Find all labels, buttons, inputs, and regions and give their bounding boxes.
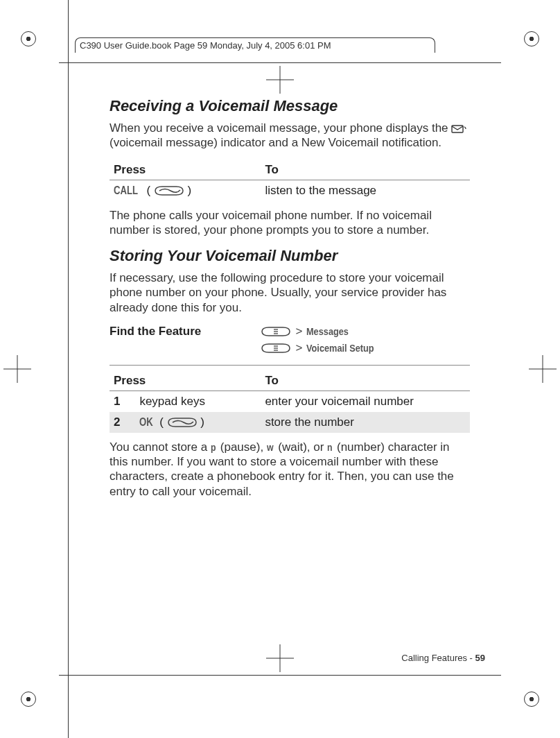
- table-cell-press: keypad keys: [135, 391, 261, 412]
- page-frame-line: [59, 675, 501, 676]
- section-heading-receiving: Receiving a Voicemail Message: [110, 97, 470, 115]
- intro-text-after: (voicemail message) indicator and a New …: [110, 136, 441, 149]
- table-cell-to: store the number: [261, 412, 470, 433]
- table-cell-to: enter your voicemail number: [261, 391, 470, 412]
- table-header-to: To: [261, 160, 470, 180]
- table-row: 1 keypad keys enter your voicemail numbe…: [110, 391, 470, 412]
- char-p: p: [211, 441, 216, 454]
- menu-key-icon: [261, 326, 291, 337]
- softkey-label-ok: OK: [139, 416, 153, 429]
- char-w: w: [267, 441, 274, 454]
- registration-mark-icon: [21, 31, 36, 46]
- table-row: 2 OK ( ) store the number: [110, 412, 470, 433]
- paren-open: (: [146, 184, 150, 197]
- crop-cross-icon: [529, 355, 557, 383]
- section2-intro: If necessary, use the following procedur…: [110, 271, 470, 315]
- registration-mark-icon: [21, 692, 36, 707]
- page-frame-line: [68, 0, 69, 738]
- voicemail-icon: [451, 124, 466, 134]
- paren-close: ): [188, 184, 192, 197]
- char-n: n: [327, 441, 333, 454]
- paren-close: ): [200, 415, 204, 429]
- section1-after: The phone calls your voicemail phone num…: [110, 208, 470, 238]
- find-the-feature-label: Find the Feature: [110, 325, 261, 358]
- softkey-label-call: CALL: [114, 184, 138, 197]
- crop-cross-icon: [266, 66, 294, 94]
- svg-rect-0: [452, 126, 463, 132]
- menu-separator: >: [295, 341, 302, 355]
- registration-mark-icon: [524, 31, 539, 46]
- table-cell-to: listen to the message: [261, 180, 470, 201]
- running-header: C390 User Guide.book Page 59 Monday, Jul…: [75, 37, 435, 53]
- section-heading-storing: Storing Your Voicemail Number: [110, 247, 470, 265]
- step-number: 1: [110, 391, 135, 412]
- page-frame-line: [59, 62, 501, 63]
- press-to-table-1: Press To CALL ( ) listen to the message: [110, 160, 470, 201]
- softkey-icon: [154, 185, 184, 196]
- table-cell-press: OK ( ): [135, 412, 261, 433]
- crop-cross-icon: [3, 355, 31, 383]
- section1-intro: When you receive a voicemail message, yo…: [110, 121, 470, 151]
- table-header-press: Press: [110, 371, 261, 391]
- menu-item-messages: Messages: [306, 325, 349, 337]
- table-cell-press: CALL ( ): [110, 180, 261, 201]
- table-header-to: To: [261, 371, 470, 391]
- note-text: You cannot store a: [110, 440, 211, 454]
- menu-separator: >: [295, 325, 302, 338]
- intro-text-before: When you receive a voicemail message, yo…: [110, 121, 451, 135]
- press-to-table-2: Press To 1 keypad keys enter your voicem…: [110, 371, 470, 433]
- crop-cross-icon: [266, 644, 294, 672]
- note-text: (wait), or: [275, 440, 328, 454]
- menu-item-voicemail-setup: Voicemail Setup: [306, 342, 374, 354]
- table-header-press: Press: [110, 160, 261, 180]
- page-footer: Calling Features - 59: [401, 653, 485, 663]
- section2-after: You cannot store a p (pause), w (wait), …: [110, 440, 470, 499]
- softkey-icon: [167, 417, 198, 428]
- registration-mark-icon: [524, 692, 539, 707]
- note-text: (pause),: [217, 440, 267, 454]
- paren-open: (: [159, 415, 164, 429]
- menu-key-icon: [261, 343, 291, 354]
- find-the-feature-block: Find the Feature > Messages > Voicemail …: [110, 325, 470, 366]
- step-number: 2: [110, 412, 135, 433]
- footer-page-number: 59: [475, 653, 485, 663]
- footer-section: Calling Features -: [401, 653, 475, 663]
